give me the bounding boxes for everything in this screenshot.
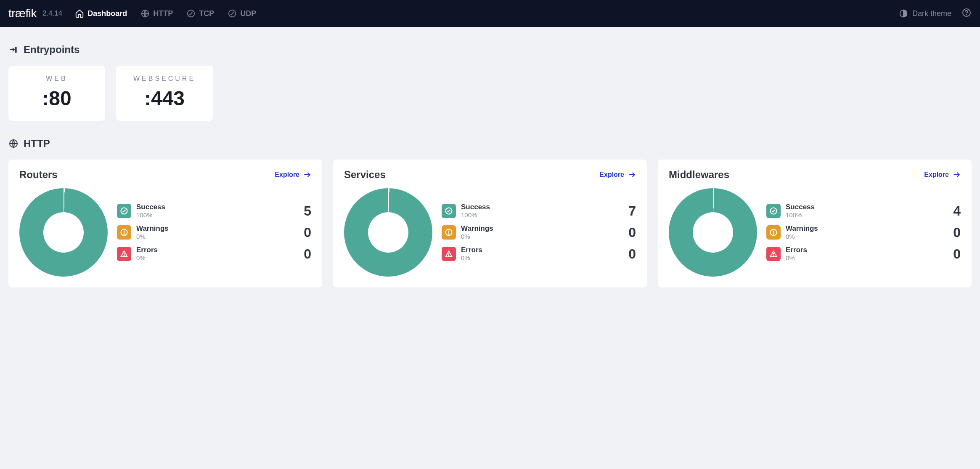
stat-row-warnings[interactable]: Warnings 0% 0 [117, 225, 311, 240]
stat-text: Success 100% [786, 203, 815, 219]
explore-routers[interactable]: Explore [275, 171, 311, 179]
svg-point-17 [773, 234, 773, 234]
warning-badge [766, 225, 781, 240]
topbar-right: Dark theme [899, 8, 972, 19]
stat-row-errors[interactable]: Errors 0% 0 [442, 246, 636, 262]
stat-label: Warnings [461, 225, 493, 233]
http-cards: Routers Explore Success 100% 5 [8, 160, 972, 288]
stat-pct: 0% [461, 254, 482, 261]
http-header: HTTP [8, 138, 972, 149]
stat-label: Success [136, 203, 165, 211]
explore-label: Explore [599, 171, 624, 179]
stat-text: Errors 0% [136, 246, 158, 261]
warning-badge [117, 225, 131, 240]
help-button[interactable] [961, 8, 972, 19]
card-title: Routers [19, 169, 58, 181]
error-badge [442, 247, 456, 261]
version-label: 2.4.14 [42, 9, 62, 18]
check-circle-icon [120, 207, 128, 215]
stat-label: Errors [136, 246, 158, 254]
theme-label: Dark theme [912, 9, 951, 18]
card-head: Services Explore [344, 169, 636, 181]
stat-count: 0 [953, 246, 961, 262]
stat-pct: 100% [136, 211, 165, 219]
theme-icon [899, 9, 908, 18]
tcp-icon [186, 9, 196, 18]
stat-count: 0 [628, 225, 636, 240]
error-badge [117, 247, 131, 261]
stat-list: Success 100% 4 Warnings 0% 0 [766, 203, 961, 262]
globe-icon [140, 9, 150, 18]
error-triangle-icon [445, 250, 453, 258]
card-title: Middlewares [669, 169, 729, 181]
stat-row-errors[interactable]: Errors 0% 0 [766, 246, 961, 262]
stat-text: Warnings 0% [461, 225, 493, 240]
entrypoint-port: :80 [13, 87, 101, 110]
nav-dashboard-label: Dashboard [87, 9, 127, 18]
stat-label: Warnings [786, 225, 818, 233]
stat-label: Errors [786, 246, 807, 254]
home-icon [75, 9, 84, 18]
svg-point-14 [448, 256, 449, 256]
stat-label: Success [461, 203, 490, 211]
stat-count: 5 [304, 203, 311, 219]
services-card: Services Explore Success 100% 7 [333, 160, 647, 288]
nav-tcp-label: TCP [199, 9, 214, 18]
card-head: Routers Explore [19, 169, 311, 181]
globe-icon [8, 139, 19, 149]
stat-pct: 0% [786, 233, 818, 240]
nav-dashboard[interactable]: Dashboard [75, 9, 127, 18]
entrypoint-port: :443 [120, 87, 209, 110]
stat-row-warnings[interactable]: Warnings 0% 0 [442, 225, 636, 240]
donut-chart [344, 188, 432, 277]
error-badge [766, 247, 781, 261]
stat-pct: 100% [786, 211, 815, 219]
nav-tcp[interactable]: TCP [186, 9, 214, 18]
stat-row-success[interactable]: Success 100% 5 [117, 203, 311, 219]
theme-toggle[interactable]: Dark theme [899, 9, 951, 18]
check-circle-icon [445, 207, 453, 215]
entrypoints-header: Entrypoints [8, 44, 972, 56]
stat-label: Warnings [136, 225, 169, 233]
explore-label: Explore [924, 171, 949, 179]
stat-row-errors[interactable]: Errors 0% 0 [117, 246, 311, 262]
entrypoint-card-websecure[interactable]: WEBSECURE :443 [116, 66, 213, 121]
card-body: Success 100% 4 Warnings 0% 0 [669, 188, 961, 277]
stat-count: 0 [953, 225, 961, 240]
middlewares-card: Middlewares Explore Success 100% 4 [658, 160, 972, 288]
nav-http[interactable]: HTTP [140, 9, 173, 18]
stat-text: Success 100% [136, 203, 165, 219]
stat-list: Success 100% 5 Warnings 0% 0 [117, 203, 311, 262]
page: Entrypoints WEB :80 WEBSECURE :443 HTTP … [0, 27, 980, 296]
donut-chart [669, 188, 757, 277]
stat-text: Success 100% [461, 203, 490, 219]
routers-card: Routers Explore Success 100% 5 [8, 160, 322, 288]
stat-list: Success 100% 7 Warnings 0% 0 [442, 203, 636, 262]
card-body: Success 100% 7 Warnings 0% 0 [344, 188, 636, 277]
explore-middlewares[interactable]: Explore [924, 171, 961, 179]
check-circle-icon [769, 207, 778, 215]
stat-row-warnings[interactable]: Warnings 0% 0 [766, 225, 961, 240]
success-badge [766, 204, 781, 218]
entrypoints-icon [8, 45, 19, 55]
svg-point-9 [124, 234, 124, 234]
stat-pct: 0% [136, 233, 169, 240]
error-triangle-icon [769, 250, 778, 258]
svg-point-10 [124, 256, 124, 256]
nav-udp-label: UDP [240, 9, 256, 18]
stat-count: 7 [628, 203, 636, 219]
explore-services[interactable]: Explore [599, 171, 636, 179]
stat-row-success[interactable]: Success 100% 4 [766, 203, 961, 219]
svg-point-18 [773, 256, 773, 256]
stat-pct: 0% [461, 233, 493, 240]
entrypoint-card-web[interactable]: WEB :80 [8, 66, 105, 121]
udp-icon [228, 9, 237, 18]
stat-text: Errors 0% [461, 246, 482, 261]
warning-circle-icon [445, 228, 453, 237]
entrypoints-title: Entrypoints [24, 44, 79, 56]
nav: Dashboard HTTP TCP UDP [75, 9, 256, 18]
nav-udp[interactable]: UDP [228, 9, 256, 18]
nav-http-label: HTTP [153, 9, 173, 18]
topbar: træfik 2.4.14 Dashboard HTTP TCP UDP Dar… [0, 0, 980, 27]
stat-row-success[interactable]: Success 100% 7 [442, 203, 636, 219]
